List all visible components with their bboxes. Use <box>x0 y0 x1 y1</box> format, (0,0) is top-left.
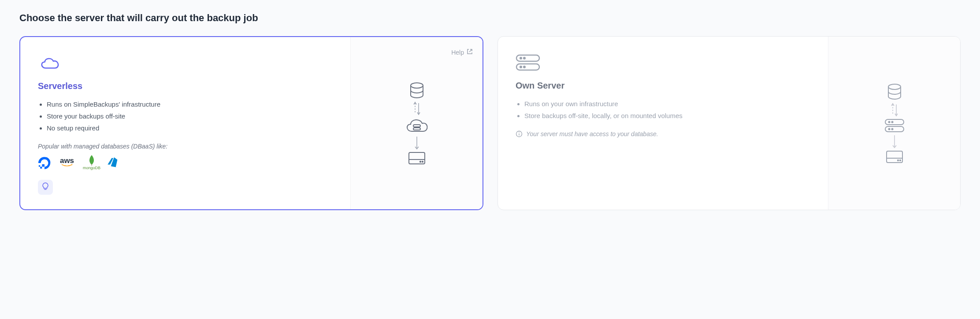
bullet-item: Runs on your own infrastructure <box>524 98 810 110</box>
cloud-server-icon <box>404 116 430 135</box>
popular-label: Popular with managed databases (DBaaS) l… <box>38 143 333 150</box>
svg-point-13 <box>419 161 420 162</box>
svg-point-17 <box>520 57 522 59</box>
connection-bidirectional <box>889 102 900 118</box>
svg-point-18 <box>523 57 525 59</box>
card-own-diagram <box>828 37 960 210</box>
svg-point-30 <box>891 121 893 122</box>
mongodb-logo: mongoDB <box>83 155 100 170</box>
bullet-item: Runs on SimpleBackups' infrastructure <box>47 98 333 110</box>
server-icon <box>516 54 540 72</box>
card-serverless-title: Serverless <box>38 81 333 91</box>
svg-point-31 <box>888 128 890 130</box>
aws-logo: aws <box>58 158 76 167</box>
card-serverless[interactable]: Serverless Runs on SimpleBackups' infras… <box>19 36 483 210</box>
svg-point-37 <box>899 160 900 160</box>
storage-icon <box>885 149 904 164</box>
svg-rect-28 <box>885 126 904 132</box>
connection-down <box>412 135 422 151</box>
lightbulb-icon <box>42 182 49 192</box>
svg-rect-2 <box>39 165 40 167</box>
card-serverless-bullets: Runs on SimpleBackups' infrastructure St… <box>38 98 333 134</box>
card-own-bullets: Runs on your own infrastructure Store ba… <box>516 98 810 122</box>
svg-rect-0 <box>42 164 45 167</box>
svg-rect-27 <box>885 119 904 125</box>
svg-point-20 <box>523 66 525 68</box>
svg-point-24 <box>888 84 901 89</box>
digitalocean-logo <box>38 156 51 169</box>
bullet-item: No setup required <box>47 122 333 134</box>
svg-rect-8 <box>413 125 420 127</box>
svg-rect-1 <box>40 167 42 168</box>
help-link[interactable]: Help <box>451 48 473 56</box>
svg-point-36 <box>897 160 898 160</box>
azure-logo <box>108 157 121 168</box>
bullet-item: Store your backups off-site <box>47 110 333 122</box>
external-link-icon <box>467 48 473 56</box>
tip-button[interactable] <box>38 180 53 195</box>
connection-bidirectional <box>412 100 422 116</box>
info-note: Your server must have access to your dat… <box>516 130 810 139</box>
info-icon <box>516 130 523 139</box>
bullet-item: Store backups off-site, locally, or on m… <box>524 110 810 122</box>
svg-point-14 <box>422 161 423 162</box>
svg-point-5 <box>411 83 423 88</box>
svg-point-29 <box>888 121 890 122</box>
storage-icon <box>407 151 427 166</box>
card-own-server[interactable]: Own Server Runs on your own infrastructu… <box>497 36 961 210</box>
connection-down <box>889 134 900 149</box>
dbaas-logos: aws mongoDB <box>38 155 333 170</box>
server-choice-cards: Serverless Runs on SimpleBackups' infras… <box>19 36 961 210</box>
server-stack-icon <box>883 118 906 134</box>
cloud-icon <box>38 55 63 72</box>
database-icon <box>885 82 904 102</box>
card-serverless-body: Serverless Runs on SimpleBackups' infras… <box>20 37 350 209</box>
card-serverless-diagram: Help <box>350 37 483 209</box>
svg-point-19 <box>520 66 522 68</box>
database-icon <box>407 81 427 100</box>
svg-point-32 <box>891 128 893 130</box>
svg-point-23 <box>519 132 520 133</box>
card-own-body: Own Server Runs on your own infrastructu… <box>498 37 828 210</box>
card-own-title: Own Server <box>516 81 810 91</box>
section-heading: Choose the server that will carry out th… <box>19 12 961 24</box>
svg-rect-9 <box>413 128 420 130</box>
